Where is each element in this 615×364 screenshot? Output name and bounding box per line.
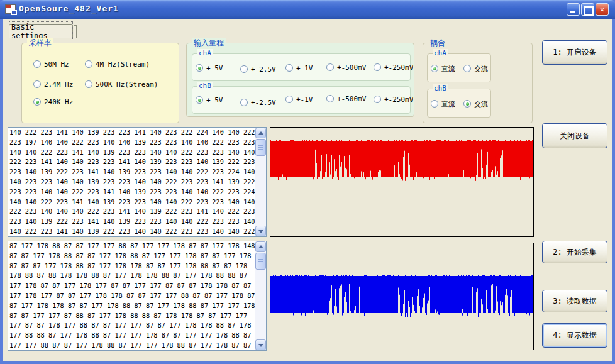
minimize-icon[interactable] bbox=[567, 3, 580, 16]
channel-a-chart-frame bbox=[270, 127, 534, 237]
radio-label: +-250mV bbox=[384, 96, 413, 104]
radio-label: +-1V bbox=[296, 96, 313, 104]
channel-a-waveform-chart bbox=[270, 128, 533, 236]
radio-label: 4M Hz(Stream) bbox=[96, 60, 150, 69]
coupling-cha-group: chA 直流 交流 bbox=[427, 53, 491, 82]
application-window: OpenSoure_482_Ver1 Basic settings 采样率 50… bbox=[0, 0, 615, 364]
input-range-chb-group: chB +-5V +-2.5V +-1V +-500mV +-250mV bbox=[192, 86, 411, 114]
radio-sample-rate-50mhz[interactable]: 50M Hz bbox=[33, 60, 69, 69]
radio-circle bbox=[85, 60, 92, 68]
radio-chb-500mv[interactable]: +-500mV bbox=[326, 94, 366, 103]
radio-chb-1v[interactable]: +-1V bbox=[285, 95, 313, 104]
radio-sample-rate-240khz[interactable]: 240K Hz bbox=[33, 97, 73, 106]
open-device-button[interactable]: 1: 开启设备 bbox=[542, 40, 607, 65]
scroll-up-icon[interactable] bbox=[255, 128, 266, 138]
application-icon-red-bar bbox=[6, 5, 11, 8]
radio-label: 交流 bbox=[474, 64, 488, 74]
radio-coupling-cha-ac[interactable]: 交流 bbox=[463, 64, 488, 73]
radio-chb-2-5v[interactable]: +-2.5V bbox=[240, 98, 276, 107]
radio-circle bbox=[85, 80, 92, 88]
input-range-group-title: 输入量程 bbox=[192, 38, 226, 47]
chb-label: chB bbox=[197, 82, 213, 90]
radio-label: +-1V bbox=[296, 64, 313, 72]
close-device-button[interactable]: 关闭设备 bbox=[542, 123, 607, 148]
radio-label: +-500mV bbox=[337, 95, 366, 103]
radio-circle bbox=[326, 95, 334, 102]
radio-circle bbox=[196, 96, 203, 104]
sample-rate-group: 采样率 50M Hz 4M Hz(Stream) 2.4M Hz 500K Hz… bbox=[21, 43, 179, 123]
tab-strip-edge bbox=[74, 25, 77, 38]
coupling-group-title: 耦合 bbox=[428, 38, 447, 47]
cha-label: chA bbox=[433, 49, 448, 57]
radio-label: +-2.5V bbox=[251, 65, 276, 74]
channel-b-scrollbar[interactable] bbox=[255, 241, 266, 350]
radio-circle bbox=[33, 98, 41, 106]
window-title: OpenSoure_482_Ver1 bbox=[19, 4, 119, 13]
chb-label: chB bbox=[433, 84, 448, 92]
radio-circle bbox=[374, 63, 381, 71]
scroll-down-icon[interactable] bbox=[255, 226, 266, 236]
scroll-down-icon[interactable] bbox=[255, 339, 266, 350]
channel-a-data-box[interactable]: 140 222 223 141 140 139 223 223 141 140 … bbox=[8, 127, 267, 237]
tab-basic-settings[interactable]: Basic settings bbox=[9, 24, 73, 38]
radio-circle bbox=[240, 65, 248, 73]
channel-b-waveform-chart bbox=[270, 243, 533, 350]
show-data-button[interactable]: 4: 显示数据 bbox=[542, 323, 607, 348]
radio-circle bbox=[463, 100, 471, 108]
scrollbar-thumb[interactable] bbox=[255, 253, 266, 270]
radio-sample-rate-4mhz-stream[interactable]: 4M Hz(Stream) bbox=[85, 60, 150, 69]
radio-cha-250mv[interactable]: +-250mV bbox=[374, 63, 413, 72]
radio-sample-rate-500khz-stream[interactable]: 500K Hz(Stream) bbox=[85, 80, 158, 89]
radio-label: +-250mV bbox=[384, 63, 413, 72]
radio-label: 2.4M Hz bbox=[44, 80, 73, 89]
channel-a-data-text[interactable]: 140 222 223 141 140 139 223 223 141 140 … bbox=[9, 128, 255, 237]
radio-label: 50M Hz bbox=[44, 60, 69, 69]
start-capture-button[interactable]: 2: 开始采集 bbox=[542, 241, 607, 263]
application-icon bbox=[5, 4, 16, 14]
radio-label: +-2.5V bbox=[251, 99, 276, 107]
scrollbar-thumb[interactable] bbox=[255, 139, 266, 156]
radio-circle bbox=[240, 99, 248, 106]
radio-label: 500K Hz(Stream) bbox=[96, 80, 158, 89]
close-icon[interactable] bbox=[596, 3, 609, 16]
channel-b-data-text[interactable]: 87 177 178 88 87 87 177 177 88 87 177 17… bbox=[9, 241, 255, 351]
radio-sample-rate-2-4mhz[interactable]: 2.4M Hz bbox=[33, 80, 73, 89]
channel-b-chart-frame bbox=[270, 243, 534, 350]
radio-label: +-500mV bbox=[337, 63, 366, 72]
radio-circle bbox=[196, 64, 203, 72]
radio-coupling-chb-ac[interactable]: 交流 bbox=[463, 99, 488, 108]
application-icon-blue-square bbox=[11, 10, 17, 15]
radio-label: 交流 bbox=[474, 99, 488, 109]
radio-chb-250mv[interactable]: +-250mV bbox=[374, 95, 413, 104]
radio-circle bbox=[285, 96, 293, 103]
radio-coupling-cha-dc[interactable]: 直流 bbox=[431, 64, 455, 73]
radio-cha-2-5v[interactable]: +-2.5V bbox=[240, 65, 276, 74]
radio-coupling-chb-dc[interactable]: 直流 bbox=[431, 99, 455, 108]
channel-b-data-box[interactable]: 87 177 178 88 87 87 177 177 88 87 177 17… bbox=[8, 241, 267, 351]
sample-rate-group-title: 采样率 bbox=[27, 38, 53, 47]
cha-label: chA bbox=[197, 49, 213, 57]
radio-circle bbox=[326, 63, 334, 71]
radio-label: 直流 bbox=[441, 64, 455, 74]
maximize-icon[interactable] bbox=[581, 3, 594, 16]
radio-circle bbox=[285, 64, 293, 72]
radio-label: 240K Hz bbox=[44, 98, 73, 106]
radio-chb-5v[interactable]: +-5V bbox=[196, 96, 223, 104]
channel-a-scrollbar[interactable] bbox=[255, 128, 266, 236]
coupling-chb-group: chB 直流 交流 bbox=[427, 89, 491, 118]
radio-circle bbox=[463, 65, 471, 72]
read-data-button[interactable]: 3: 读取数据 bbox=[542, 290, 607, 312]
input-range-group: 输入量程 chA +-5V +-2.5V +-1V +-500mV +-250m… bbox=[186, 43, 414, 117]
radio-cha-500mv[interactable]: +-500mV bbox=[326, 63, 366, 72]
title-bar[interactable]: OpenSoure_482_Ver1 bbox=[0, 0, 615, 19]
radio-circle bbox=[33, 60, 41, 68]
radio-label: 直流 bbox=[441, 99, 455, 109]
radio-cha-5v[interactable]: +-5V bbox=[196, 63, 223, 72]
radio-circle bbox=[33, 80, 41, 88]
radio-circle bbox=[431, 100, 438, 108]
radio-cha-1v[interactable]: +-1V bbox=[285, 63, 313, 72]
radio-label: +-5V bbox=[206, 96, 223, 104]
coupling-group: 耦合 chA 直流 交流 chB 直流 交流 bbox=[423, 43, 533, 123]
input-range-cha-group: chA +-5V +-2.5V +-1V +-500mV +-250mV bbox=[192, 53, 411, 81]
scroll-up-icon[interactable] bbox=[255, 241, 266, 252]
